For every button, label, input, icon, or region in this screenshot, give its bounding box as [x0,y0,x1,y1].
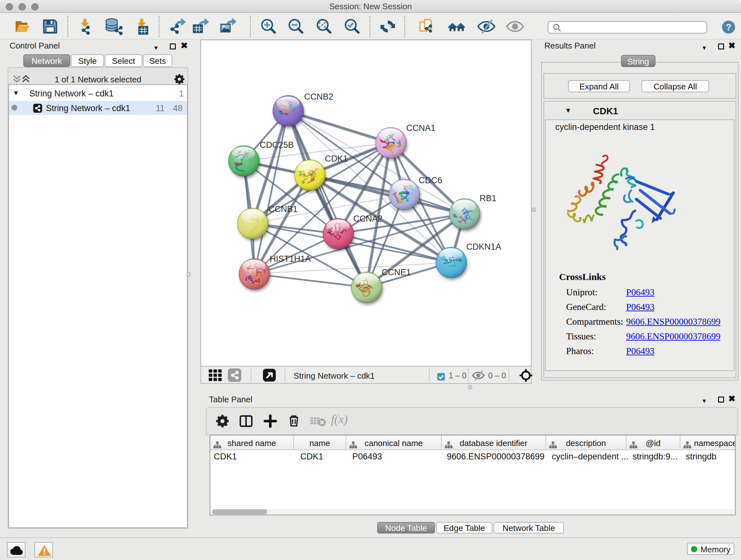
svg-text:HIST1H1A: HIST1H1A [270,254,311,264]
svg-text:RB1: RB1 [480,193,496,203]
svg-text:CCNB1: CCNB1 [268,204,298,214]
svg-text:CDK1: CDK1 [325,154,348,164]
svg-text:CDKN1A: CDKN1A [466,242,501,252]
svg-text:CCNA1: CCNA1 [406,123,435,133]
svg-text:CCNB2: CCNB2 [304,92,333,102]
svg-text:CDC6: CDC6 [419,176,442,185]
svg-text:CDC25B: CDC25B [260,140,294,150]
svg-text:CCNA2: CCNA2 [353,214,383,224]
svg-text:?: ? [726,22,731,32]
svg-text:CCNE1: CCNE1 [382,267,411,277]
